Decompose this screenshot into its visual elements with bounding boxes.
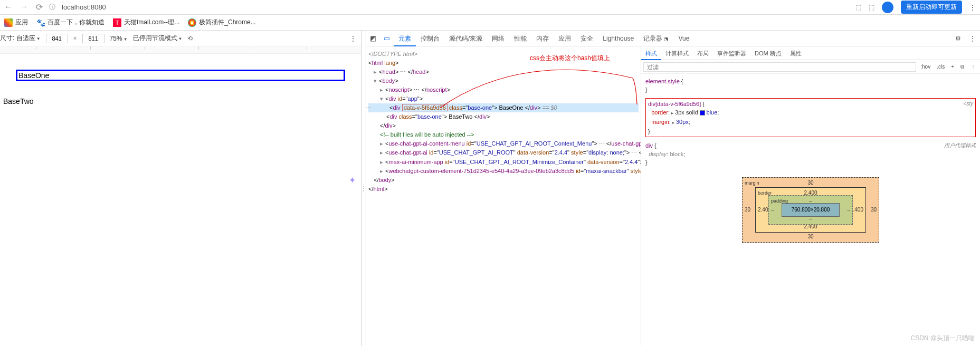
box-model[interactable]: margin 30 30 30 30 border 2.400 2.400 2.… — [742, 177, 879, 243]
tab-application[interactable]: 应用 — [554, 31, 576, 46]
chrome-icon — [188, 18, 196, 27]
watermark: CSDN @头顶一只喵喵 — [910, 334, 975, 343]
x-separator: × — [73, 35, 77, 42]
rotate-icon[interactable]: ⟲ — [187, 35, 193, 42]
more-icon[interactable]: ⋮ — [968, 64, 978, 70]
splitter[interactable]: ⋮ — [361, 31, 366, 346]
tab-console[interactable]: 控制台 — [416, 31, 444, 46]
height-input[interactable] — [82, 34, 104, 43]
base-two-element[interactable]: BaseTwo — [3, 97, 358, 105]
back-icon[interactable]: ← — [4, 2, 13, 12]
apps-bookmark[interactable]: 应用 — [4, 18, 28, 27]
elements-panel[interactable]: css会主动将这个hash值填上 <!DOCTYPE html> <html l… — [366, 46, 641, 346]
rule-div[interactable]: 用户代理样式 div { display: block;} — [645, 141, 976, 167]
dom-line[interactable]: ▸<max-ai-minimum-app id="USE_CHAT_GPT_AI… — [368, 158, 639, 167]
dom-line[interactable]: ▸<webchatgpt-custom-element-751d2345-e54… — [368, 167, 639, 176]
tab-vue[interactable]: Vue — [673, 31, 694, 46]
color-swatch[interactable] — [700, 110, 705, 116]
kebab-icon[interactable]: ⋮ — [969, 4, 976, 11]
forward-icon[interactable]: → — [20, 2, 28, 12]
dom-line[interactable]: <div class="base-one"> BaseTwo </div> — [368, 112, 639, 121]
browser-chrome: ← → ⟳ ⓘ localhost:8080 ⬚ ⬚ 重新启动即可更新 ⋮ — [0, 0, 980, 15]
extension-icon[interactable]: ⬚ — [855, 4, 861, 11]
bookmark-bar: 应用 🐾百度一下，你就知道 T天猫tmall.com--理... 极简插件_Ch… — [0, 15, 980, 31]
base-one-element[interactable]: BaseOne — [16, 70, 345, 81]
selected-dom-line[interactable]: ⋯ <div data-v-5f6a9d56 class="base-one">… — [368, 103, 639, 112]
page-pane: 尺寸: 自适应▼ × 75%▼ 已停用节流模式▼ ⟲ ⋮ BaseOne Bas… — [0, 31, 361, 346]
devtools: ◩ ▭ 元素 控制台 源代码/来源 网络 性能 内存 应用 安全 Lightho… — [366, 31, 980, 346]
rule-element-style[interactable]: element.style {} — [645, 77, 976, 94]
tab-lighthouse[interactable]: Lighthouse — [598, 31, 639, 46]
settings-icon[interactable]: ⚙ — [951, 35, 965, 42]
tmall-bookmark[interactable]: T天猫tmall.com--理... — [113, 18, 179, 27]
dom-line[interactable]: ▾<body> — [368, 76, 639, 85]
apps-icon — [4, 18, 13, 27]
styles-toolbar: :hov .cls + ⧉ ⋮ — [641, 60, 980, 74]
dimension-label[interactable]: 尺寸: 自适应▼ — [0, 34, 41, 43]
styles-tabs: 样式 计算样式 布局 事件监听器 DOM 断点 属性 — [641, 46, 980, 60]
restart-button[interactable]: 重新启动即可更新 — [901, 1, 962, 14]
dom-line[interactable]: <!-- built files will be auto injected -… — [368, 130, 639, 139]
zoom-dropdown[interactable]: 75%▼ — [110, 35, 128, 42]
tab-elements[interactable]: 元素 — [394, 31, 416, 46]
dom-line[interactable]: ▸<head> ⋯ </head> — [368, 68, 639, 76]
device-menu-icon[interactable]: ⋮ — [349, 34, 357, 43]
width-input[interactable] — [46, 34, 68, 43]
add-rule-button[interactable]: + — [949, 64, 956, 70]
annotation-text: css会主动将这个hash值填上 — [530, 54, 610, 63]
baidu-icon: 🐾 — [36, 18, 45, 27]
sparkle-icon[interactable]: ✦ — [349, 175, 356, 185]
tab-computed[interactable]: 计算样式 — [661, 46, 693, 60]
tmall-icon: T — [113, 18, 121, 27]
dom-line[interactable]: ▾<div id="app"> — [368, 94, 639, 103]
tab-styles[interactable]: 样式 — [641, 46, 661, 60]
tab-memory[interactable]: 内存 — [531, 31, 554, 46]
copy-icon[interactable]: ⧉ — [958, 64, 966, 70]
dom-line[interactable]: </body> — [368, 176, 639, 185]
tab-performance[interactable]: 性能 — [509, 31, 531, 46]
device-mode-icon[interactable]: ▭ — [380, 34, 394, 42]
dom-line[interactable]: </html> — [368, 185, 639, 194]
baidu-bookmark[interactable]: 🐾百度一下，你就知道 — [36, 18, 104, 27]
dom-line[interactable]: </div> — [368, 121, 639, 130]
hov-button[interactable]: :hov — [918, 64, 933, 70]
inspect-icon[interactable]: ◩ — [366, 34, 380, 42]
dom-line[interactable]: ▸<use-chat-gpt-ai id="USE_CHAT_GPT_AI_RO… — [368, 148, 639, 158]
dom-line[interactable]: ▸<use-chat-gpt-ai-content-menu id="USE_C… — [368, 139, 639, 148]
tab-layout[interactable]: 布局 — [693, 46, 713, 60]
filter-input[interactable] — [643, 62, 916, 72]
throttle-dropdown[interactable]: 已停用节流模式▼ — [133, 34, 183, 43]
tab-properties[interactable]: 属性 — [786, 46, 806, 60]
extension-icon-2[interactable]: ⬚ — [869, 4, 874, 11]
chrome-bookmark[interactable]: 极简插件_Chrome... — [188, 18, 255, 27]
ruler — [0, 46, 361, 54]
tab-network[interactable]: 网络 — [487, 31, 509, 46]
kebab-icon[interactable]: ⋮ — [965, 35, 980, 42]
device-toolbar: 尺寸: 自适应▼ × 75%▼ 已停用节流模式▼ ⟲ ⋮ — [0, 31, 361, 46]
styles-pane: 样式 计算样式 布局 事件监听器 DOM 断点 属性 :hov .cls + ⧉… — [641, 46, 980, 346]
cls-button[interactable]: .cls — [935, 64, 947, 70]
tab-sources[interactable]: 源代码/来源 — [444, 31, 487, 46]
reload-icon[interactable]: ⟳ — [36, 2, 43, 12]
tab-recorder[interactable]: 记录器 ⬔ — [639, 31, 673, 46]
url-bar[interactable]: localhost:8080 — [62, 3, 106, 11]
avatar[interactable] — [882, 2, 893, 13]
tab-dom-breakpoints[interactable]: DOM 断点 — [750, 46, 786, 60]
viewport[interactable]: BaseOne BaseTwo ✦ — [0, 54, 361, 346]
tab-listeners[interactable]: 事件监听器 — [713, 46, 750, 60]
dom-line[interactable]: ▸<noscript> ⋯ </noscript> — [368, 85, 639, 94]
rule-data-v[interactable]: <sty div[data-v-5f6a9d56] { border: ▸ 3p… — [645, 98, 976, 137]
devtools-tabs: ◩ ▭ 元素 控制台 源代码/来源 网络 性能 内存 应用 安全 Lightho… — [366, 31, 980, 46]
info-icon[interactable]: ⓘ — [49, 3, 55, 12]
styles-rules[interactable]: element.style {} <sty div[data-v-5f6a9d5… — [641, 74, 980, 256]
tab-security[interactable]: 安全 — [576, 31, 598, 46]
